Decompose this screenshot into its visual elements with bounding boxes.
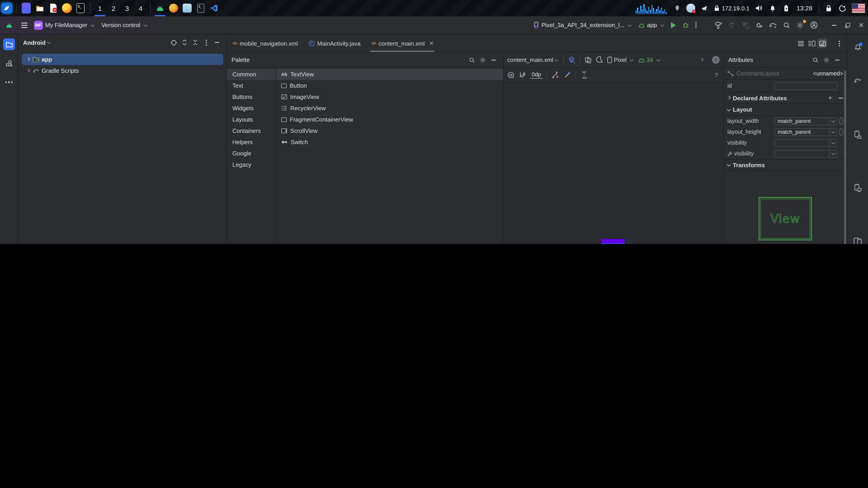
task-terminal[interactable]: $_ [194, 0, 208, 16]
palette-item-button[interactable]: Button [277, 80, 503, 91]
declared-attributes-section[interactable]: Declared Attributes + [724, 92, 847, 104]
editor-mode-code-button[interactable] [796, 38, 806, 48]
palette-category-google[interactable]: Google [227, 148, 276, 159]
hide-project-panel-icon[interactable] [212, 37, 222, 47]
vcs-widget[interactable]: Version control [98, 19, 151, 31]
device-for-preview-selector[interactable]: Pixel [607, 57, 634, 63]
project-options-menu[interactable] [201, 37, 211, 47]
notifications-bell-icon[interactable] [766, 0, 779, 16]
toolbar-overflow-chevron[interactable] [700, 58, 704, 61]
lock-screen-icon[interactable] [822, 0, 835, 16]
palette-category-common[interactable]: Common [227, 69, 276, 80]
keyboard-layout-flag[interactable] [849, 0, 868, 16]
vpn-indicator[interactable]: 172.19.0.1 [711, 0, 752, 16]
attributes-scrollbar[interactable] [844, 70, 846, 244]
issue-badge[interactable]: ! [712, 56, 720, 64]
gradle-sync-button[interactable] [766, 19, 780, 31]
layout-height-combo[interactable]: match_parent [774, 128, 837, 136]
launcher-document-app[interactable] [46, 0, 60, 16]
tab-content-main[interactable]: </> content_main.xml ✕ [366, 35, 439, 52]
palette-item-textview[interactable]: Ab TextView [277, 69, 503, 80]
volume-icon[interactable] [752, 0, 766, 16]
workspace-1[interactable]: 1 [93, 0, 107, 16]
transforms-section[interactable]: Transforms [724, 159, 847, 171]
window-close-button[interactable]: ✕ [855, 18, 868, 32]
main-menu-button[interactable] [18, 19, 31, 31]
collapse-all-icon[interactable] [190, 37, 200, 47]
project-view-selector[interactable]: Android [23, 39, 46, 46]
distro-menu-button[interactable] [0, 0, 13, 16]
window-minimize-button[interactable] [827, 18, 841, 32]
rerun-disabled-button[interactable]: A [725, 19, 739, 31]
tray-telegram-icon[interactable] [698, 0, 711, 16]
palette-category-containers[interactable]: Containers [227, 125, 276, 136]
palette-category-legacy[interactable]: Legacy [227, 159, 276, 170]
run-configuration-selector[interactable]: app [636, 19, 668, 31]
orientation-selector[interactable] [585, 56, 592, 64]
clear-constraints-button[interactable] [552, 71, 559, 78]
remove-attribute-button[interactable] [839, 98, 843, 98]
palette-category-widgets[interactable]: Widgets [227, 103, 276, 114]
more-tool-windows-button[interactable] [3, 76, 15, 88]
tray-expand-icon[interactable] [670, 0, 684, 16]
palette-settings-icon[interactable] [478, 55, 488, 65]
design-preview-body[interactable] [601, 243, 625, 244]
editor-mode-design-button[interactable] [817, 38, 827, 48]
default-margin-selector[interactable]: 0dp [530, 71, 542, 78]
logout-icon[interactable] [835, 0, 849, 16]
task-vscode[interactable] [208, 0, 221, 16]
palette-category-buttons[interactable]: Buttons [227, 91, 276, 103]
attributes-search-icon[interactable] [811, 55, 820, 65]
workspace-3[interactable]: 3 [120, 0, 134, 16]
view-options-button[interactable] [507, 71, 515, 78]
editor-mode-split-button[interactable] [807, 38, 816, 48]
task-android-studio[interactable] [153, 0, 167, 16]
build-button[interactable] [712, 19, 725, 31]
layout-width-resource-toggle[interactable] [839, 118, 843, 125]
clock[interactable]: 13:28 [793, 0, 816, 16]
debug-button[interactable] [679, 19, 692, 31]
launcher-firefox[interactable] [60, 0, 74, 16]
tab-mainactivity[interactable]: C MainActivity.java [303, 35, 366, 52]
palette-item-imageview[interactable]: ImageView [277, 91, 503, 103]
run-with-coverage-disabled-button[interactable] [739, 19, 752, 31]
visibility-combo[interactable] [774, 139, 837, 147]
attach-debugger-button[interactable] [752, 19, 766, 31]
surface-mode-selector[interactable] [568, 56, 575, 64]
api-version-selector[interactable]: 34 [638, 57, 660, 63]
project-tool-button[interactable] [3, 38, 15, 50]
palette-item-scrollview[interactable]: ScrollView [277, 125, 503, 136]
palette-search-icon[interactable] [467, 55, 477, 65]
id-input[interactable] [774, 82, 837, 90]
launcher-folder-app[interactable] [33, 0, 46, 16]
launcher-files-app[interactable] [20, 0, 33, 16]
tray-avatar-icon[interactable] [684, 0, 698, 16]
project-widget[interactable]: MF My FileManager [31, 19, 98, 31]
locate-file-icon[interactable] [168, 37, 179, 47]
battery-icon[interactable] [779, 0, 793, 16]
search-everywhere-button[interactable] [780, 19, 794, 31]
task-avatar-app[interactable] [180, 0, 194, 16]
design-canvas[interactable] [504, 83, 723, 244]
tab-mobile-navigation[interactable]: </> mobile_navigation.xml [227, 35, 303, 52]
task-firefox[interactable] [167, 0, 180, 16]
palette-item-fragmentcontainerview[interactable]: FragmentContainerView [277, 114, 503, 125]
running-devices-tool-button[interactable] [852, 235, 864, 244]
device-explorer-tool-button[interactable] [852, 182, 864, 194]
attributes-settings-icon[interactable] [822, 55, 831, 65]
launcher-terminal[interactable]: $_ [74, 0, 87, 16]
expand-all-icon[interactable] [180, 37, 189, 47]
profile-button[interactable] [807, 19, 821, 31]
device-manager-tool-button[interactable] [852, 129, 864, 140]
help-button[interactable]: ? [714, 71, 718, 78]
editor-options-menu[interactable] [834, 38, 844, 48]
autoconnect-button[interactable] [519, 71, 526, 78]
layout-section[interactable]: Layout [724, 104, 847, 116]
window-maximize-button[interactable] [841, 18, 855, 32]
more-actions-button[interactable] [692, 19, 700, 31]
design-preview-phone[interactable] [601, 239, 625, 244]
settings-button[interactable] [794, 19, 807, 31]
hide-palette-icon[interactable] [489, 55, 499, 65]
palette-item-recyclerview[interactable]: RecyclerView [277, 103, 503, 114]
palette-category-helpers[interactable]: Helpers [227, 136, 276, 148]
